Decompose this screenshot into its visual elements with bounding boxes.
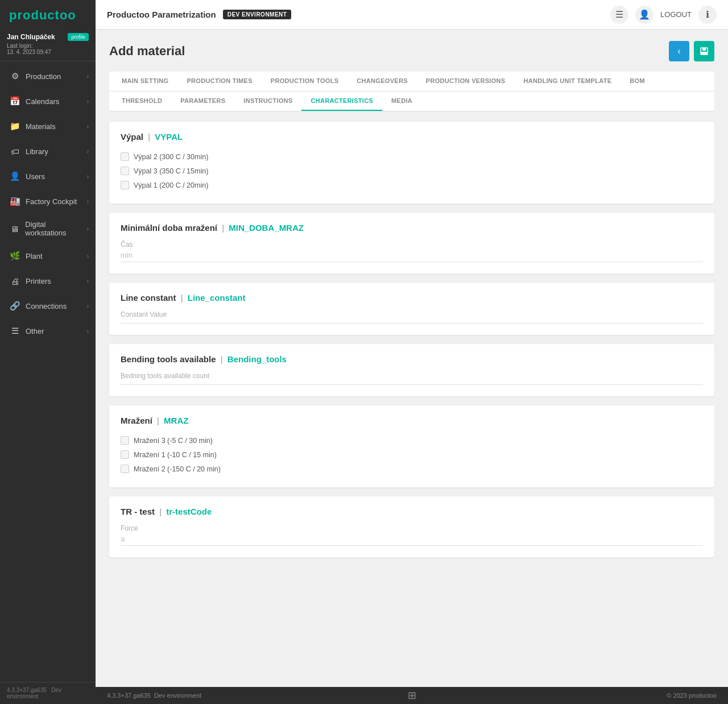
nav-icon-printers: 🖨	[9, 275, 21, 287]
sidebar-item-label: Library	[26, 147, 48, 156]
card-title: TR - test | tr-testCode	[121, 507, 703, 516]
tab-production-times[interactable]: PRODUCTION TIMES	[177, 72, 261, 91]
checkbox-label: Mražení 1 (-10 C / 15 min)	[134, 451, 217, 459]
menu-icon-button[interactable]: ☰	[610, 6, 628, 24]
tab-production-tools[interactable]: PRODUCTION TOOLS	[262, 72, 348, 91]
sidebar-footer: 4.3.3+37.ga635 Dev environment	[0, 682, 96, 704]
checkbox-vypal1[interactable]	[121, 181, 129, 189]
sidebar-item-digital-workstations[interactable]: 🖥 Digital workstations ›	[0, 214, 96, 243]
svg-rect-1	[702, 48, 706, 51]
footer-version: 4.3.3+37.ga635 Dev environment	[107, 692, 201, 699]
main-area: Productoo Parametrization DEV ENVIRONMEN…	[96, 0, 728, 704]
content-header: Add material ‹	[109, 41, 714, 61]
content-area: Add material ‹ MAIN SETTINGPRODUCTION TI…	[96, 30, 728, 687]
card-vypal: Výpal | VYPAL Výpal 2 (300 C / 30min) Vý…	[109, 122, 714, 204]
sidebar-item-calendars[interactable]: 📅 Calendars ›	[0, 89, 96, 114]
chevron-icon: ›	[87, 328, 89, 334]
topbar-right: ☰ 👤 LOGOUT ℹ	[610, 6, 717, 24]
tab-main-setting[interactable]: MAIN SETTING	[113, 72, 177, 91]
nav-icon-production: ⚙	[9, 70, 21, 82]
tab-characteristics[interactable]: CHARACTERISTICS	[301, 92, 382, 111]
nav-icon-digital-workstations: 🖥	[9, 222, 20, 235]
checkbox-label: Výpal 2 (300 C / 30min)	[134, 153, 208, 161]
sidebar-item-other[interactable]: ☰ Other ›	[0, 318, 96, 343]
sidebar-item-label: Calendars	[26, 97, 59, 106]
card-title: Bending tools available | Bending_tools	[121, 354, 703, 364]
topbar-title: Productoo Parametrization	[107, 10, 216, 19]
tab-bom[interactable]: BOM	[621, 72, 654, 91]
logout-button[interactable]: LOGOUT	[660, 10, 692, 19]
checkbox-mrazeni1[interactable]	[121, 450, 129, 459]
card-mrazeni: Mražení | MRAZ Mražení 3 (-5 C / 30 min)…	[109, 405, 714, 487]
chevron-icon: ›	[87, 173, 89, 180]
field-value	[121, 382, 703, 385]
card-title: Minimální doba mražení | MIN_DOBA_MRAZ	[121, 223, 703, 233]
env-badge: DEV ENVIRONMENT	[223, 10, 292, 19]
chevron-icon: ›	[87, 226, 89, 232]
sidebar-item-library[interactable]: 🏷 Library ›	[0, 139, 96, 164]
checkbox-row: Mražení 2 (-150 C / 20 min)	[121, 462, 703, 476]
tab-parameters[interactable]: PARAMETERS	[171, 92, 234, 111]
tab-handling-unit-template[interactable]: HANDLING UNIT TEMPLATE	[514, 72, 621, 91]
tabs-row-1: MAIN SETTINGPRODUCTION TIMESPRODUCTION T…	[109, 72, 714, 92]
tab-instructions[interactable]: INSTRUCTIONS	[234, 92, 301, 111]
logo-area: productoo	[0, 0, 96, 28]
field-label: Bedning tools available count	[121, 372, 703, 380]
user-icon-button[interactable]: 👤	[635, 6, 653, 24]
nav-icon-connections: 🔗	[9, 300, 21, 312]
nav-icon-other: ☰	[9, 325, 21, 337]
field-group: Bedning tools available count	[121, 372, 703, 385]
checkbox-vypal3[interactable]	[121, 167, 129, 175]
checkbox-mrazeni3[interactable]	[121, 436, 129, 445]
header-actions: ‹	[669, 41, 714, 61]
nav-icon-users: 👤	[9, 170, 21, 183]
field-value: min	[121, 251, 703, 262]
topbar: Productoo Parametrization DEV ENVIRONMEN…	[96, 0, 728, 30]
sidebar-item-label: Connections	[26, 302, 67, 310]
tab-changeovers[interactable]: CHANGEOVERS	[348, 72, 416, 91]
svg-rect-2	[701, 52, 707, 55]
tab-threshold[interactable]: THRESHOLD	[113, 92, 171, 111]
field-group: Constant Value	[121, 310, 703, 324]
footer-copyright: © 2023 productoo	[667, 692, 717, 699]
user-info: Jan Chlupáček profile Last login: 13. 4.…	[0, 28, 96, 61]
profile-button[interactable]: profile	[68, 33, 89, 41]
sidebar-item-users[interactable]: 👤 Users ›	[0, 164, 96, 189]
cards-container: Výpal | VYPAL Výpal 2 (300 C / 30min) Vý…	[109, 122, 714, 557]
chevron-icon: ›	[87, 303, 89, 309]
tab-media[interactable]: MEDIA	[382, 92, 421, 111]
sidebar-item-label: Printers	[26, 277, 51, 285]
checkbox-vypal2[interactable]	[121, 152, 129, 161]
save-button[interactable]	[694, 41, 714, 61]
field-value: a	[121, 535, 703, 546]
sidebar-item-printers[interactable]: 🖨 Printers ›	[0, 268, 96, 293]
checkbox-row: Mražení 1 (-10 C / 15 min)	[121, 448, 703, 462]
info-icon-button[interactable]: ℹ	[698, 6, 717, 24]
sidebar-item-connections[interactable]: 🔗 Connections ›	[0, 293, 96, 318]
checkbox-row: Výpal 1 (200 C / 20min)	[121, 178, 703, 192]
nav-icon-library: 🏷	[9, 145, 21, 158]
field-label: Čas	[121, 241, 703, 249]
checkbox-label: Mražení 2 (-150 C / 20 min)	[134, 465, 221, 473]
sidebar-item-factory-cockpit[interactable]: 🏭 Factory Cockpit ›	[0, 189, 96, 214]
card-title: Mražení | MRAZ	[121, 416, 703, 425]
app-logo: productoo	[9, 8, 86, 23]
chevron-icon: ›	[87, 148, 89, 155]
checkbox-label: Výpal 1 (200 C / 20min)	[134, 181, 208, 189]
back-button[interactable]: ‹	[669, 41, 689, 61]
sidebar-item-label: Other	[26, 327, 44, 336]
grid-icon: ⊞	[408, 689, 416, 702]
sidebar-item-label: Production	[26, 72, 61, 81]
sidebar-nav: ⚙ Production › 📅 Calendars › 📁 Materials…	[0, 61, 96, 682]
checkbox-row: Výpal 2 (300 C / 30min)	[121, 150, 703, 164]
tab-production-versions[interactable]: PRODUCTION VERSIONS	[417, 72, 515, 91]
checkbox-mrazeni2[interactable]	[121, 465, 129, 473]
card-tr-test: TR - test | tr-testCode Force a	[109, 496, 714, 557]
checkbox-row: Mražení 3 (-5 C / 30 min)	[121, 433, 703, 448]
page-title: Add material	[109, 44, 185, 59]
chevron-icon: ›	[87, 98, 89, 105]
chevron-icon: ›	[87, 198, 89, 205]
sidebar-item-production[interactable]: ⚙ Production ›	[0, 64, 96, 89]
sidebar-item-plant[interactable]: 🌿 Plant ›	[0, 243, 96, 268]
sidebar-item-materials[interactable]: 📁 Materials ›	[0, 114, 96, 139]
